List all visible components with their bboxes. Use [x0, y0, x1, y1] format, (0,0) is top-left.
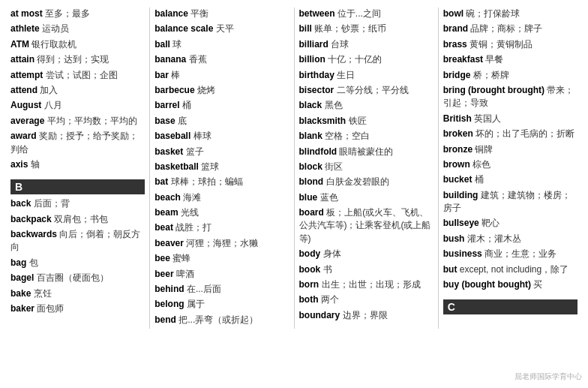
entry-english: block: [299, 161, 326, 172]
entry-english: attend: [10, 85, 40, 95]
entry-chinese: 蓝色: [320, 192, 338, 203]
entry-english: between: [299, 8, 338, 19]
entry-chinese: 早餐: [485, 54, 503, 65]
entry-english: brand: [443, 23, 471, 34]
entry-english: bee: [154, 253, 172, 263]
entry-english: born: [299, 279, 322, 290]
entry-chinese: 铁匠: [349, 116, 367, 126]
entry-english: barbecue: [154, 85, 197, 95]
entry-english: bill: [299, 23, 315, 34]
list-item: bush 灌木；灌木丛: [443, 233, 578, 245]
list-item: ATM 银行取款机: [10, 38, 145, 51]
entry-chinese: 尝试；试图；企图: [46, 70, 118, 80]
entry-english: blank: [299, 131, 326, 141]
list-item: backwards 向后；倒着；朝反方向: [10, 228, 145, 254]
entry-chinese: 白肤金发碧眼的: [326, 176, 389, 187]
entry-english: building: [443, 190, 481, 200]
list-item: award 奖励；授予；给予奖励；判给: [10, 130, 145, 156]
entry-english: billiard: [299, 39, 332, 50]
list-item: banana 香蕉: [154, 53, 289, 66]
entry-chinese: 八月: [44, 100, 62, 110]
entry-chinese: 战胜；打: [176, 222, 212, 233]
entry-english: beach: [154, 192, 183, 203]
list-item: bake 烹饪: [10, 287, 145, 300]
list-item: balance scale 天平: [154, 23, 289, 35]
entry-chinese: 桶: [475, 174, 484, 185]
entry-chinese: 运动员: [42, 23, 69, 34]
list-item: beaver 河狸；海狸；水獭: [154, 237, 289, 250]
watermark-text: 屈老师国际学育中心: [514, 371, 582, 382]
entry-english: athlete: [10, 23, 42, 34]
entry-chinese: 台球: [331, 39, 349, 50]
list-item: bag 包: [10, 257, 145, 269]
list-item: book 书: [299, 263, 434, 276]
entry-chinese: 篮子: [186, 146, 204, 157]
entry-english: bisector: [299, 85, 337, 95]
entry-english: bullseye: [443, 218, 482, 228]
entry-english: business: [443, 248, 484, 259]
list-item: backpack 双肩包；书包: [10, 213, 145, 226]
list-item: behind 在...后面: [154, 283, 289, 296]
entry-english: brown: [443, 159, 472, 170]
entry-chinese: 商业；生意；业务: [484, 248, 556, 259]
list-item: but except, not including，除了: [443, 263, 578, 276]
entry-chinese: 篮球: [201, 161, 219, 172]
list-item: block 街区: [299, 161, 434, 173]
entry-english: bag: [10, 257, 29, 268]
entry-english: blue: [299, 192, 320, 203]
entry-english: balance scale: [154, 23, 215, 34]
entry-english: bend: [154, 314, 178, 325]
entry-chinese: except, not including，除了: [460, 264, 568, 275]
entry-chinese: 边界；界限: [343, 310, 388, 320]
list-item: base 底: [154, 115, 289, 128]
entry-english: but: [443, 264, 460, 275]
list-item: bisector 二等分线；平分线: [299, 84, 434, 97]
entry-english: attain: [10, 54, 37, 65]
entry-chinese: 平均；平均数；平均的: [47, 116, 137, 126]
entry-chinese: 两个: [321, 294, 339, 305]
entry-chinese: 铜牌: [475, 144, 493, 155]
entry-chinese: 海滩: [183, 192, 201, 203]
list-item: bullseye 靶心: [443, 217, 578, 230]
column-3: between 位于...之间bill 账单；钞票；纸币billiard 台球b…: [295, 8, 439, 329]
entry-english: baker: [10, 303, 37, 314]
column-1: at most 至多；最多athlete 运动员ATM 银行取款机attain …: [6, 8, 150, 329]
entry-chinese: 桶: [182, 100, 191, 110]
entry-english: blacksmith: [299, 116, 349, 126]
list-item: basketball 篮球: [154, 161, 289, 173]
column-4: bowl 碗；打保龄球brand 品牌；商标；牌子brass 黄铜；黄铜制品br…: [439, 8, 582, 329]
entry-chinese: 棒: [171, 70, 180, 80]
list-item: bill 账单；钞票；纸币: [299, 23, 434, 35]
entry-chinese: 街区: [325, 161, 343, 172]
entry-english: both: [299, 294, 321, 305]
entry-english: body: [299, 248, 323, 259]
entry-english: axis: [10, 159, 31, 170]
entry-english: beam: [154, 207, 181, 218]
entry-english: bagel: [10, 272, 37, 283]
entry-english: award: [10, 131, 39, 141]
entry-english: bat: [154, 176, 170, 187]
list-item: baker 面包师: [10, 302, 145, 315]
list-item: body 身体: [299, 248, 434, 260]
entry-chinese: 品牌；商标；牌子: [470, 23, 542, 34]
entry-english: bucket: [443, 174, 475, 185]
list-item: balance 平衡: [154, 8, 289, 20]
entry-chinese: 百吉圈（硬面包）: [37, 272, 109, 283]
entry-english: basketball: [154, 161, 201, 172]
watermark: 屈老师国际学育中心: [514, 371, 582, 382]
column-2: balance 平衡balance scale 天平ball 球banana 香…: [150, 8, 294, 329]
entry-english: bush: [443, 233, 467, 244]
list-item: business 商业；生意；业务: [443, 248, 578, 260]
entry-english: bridge: [443, 70, 473, 80]
entry-english: billion: [299, 54, 328, 65]
entry-chinese: 十亿；十亿的: [328, 54, 382, 65]
list-item: billion 十亿；十亿的: [299, 53, 434, 66]
entry-chinese: 英国人: [474, 113, 501, 124]
entry-english: back: [10, 198, 34, 209]
entry-english: baseball: [154, 131, 193, 141]
list-item: born 出生；出世；出现；形成: [299, 278, 434, 291]
list-item: beat 战胜；打: [154, 221, 289, 234]
entry-chinese: 空格；空白: [325, 131, 370, 141]
entry-english: British: [443, 113, 474, 124]
entry-chinese: 坏的；出了毛病的；折断: [476, 128, 574, 139]
